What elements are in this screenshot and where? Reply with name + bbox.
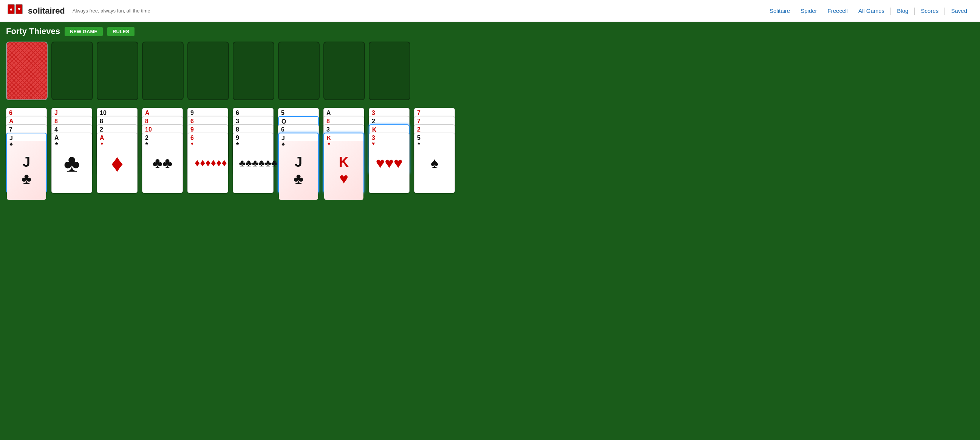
card-rank: A xyxy=(54,135,59,141)
foundation-2[interactable] xyxy=(97,41,138,100)
card-rank: 7 xyxy=(9,127,13,133)
card-col1-idx3[interactable]: A♣♣ xyxy=(51,133,92,193)
card-rank: 2 xyxy=(417,127,420,133)
card-rank: 7 xyxy=(417,118,420,124)
card-col9-idx3[interactable]: 5♠♠ xyxy=(414,133,455,193)
card-rank: A xyxy=(145,110,150,116)
card-rank: 5 xyxy=(417,135,420,141)
nav-blog[interactable]: Blog xyxy=(892,8,913,14)
main-nav: Solitaire Spider Freecell All Games | Bl… xyxy=(764,6,972,15)
card-col5-idx3[interactable]: 9♣♣♣♣♣♣♣♣♣♣ xyxy=(233,133,274,193)
card-corner-col5-idx3: 9♣ xyxy=(236,135,239,146)
tableau-column-8: 3♥2♠K♦K♦3♥♥♥♥ xyxy=(369,108,410,193)
card-rank: 9 xyxy=(236,135,239,141)
card-center: J♣ xyxy=(279,141,318,200)
logo-card-2: ♥ xyxy=(16,4,23,14)
card-corner-col7-idx3: K♥ xyxy=(327,136,331,146)
tableau-column-4: 9♠6♦9♥6♦♦♦♦♦♦♦ xyxy=(188,108,229,193)
card-rank: 3 xyxy=(326,127,330,133)
card-rank: J xyxy=(54,110,58,116)
tableau: 6♥A♥7♣J♣J♣J♥8♥4♠A♣♣10♣8♠2♣A♦♦A♦8♥10♦2♣♣♣… xyxy=(6,108,974,193)
tableau-column-0: 6♥A♥7♣J♣J♣ xyxy=(6,108,48,193)
card-corner-col3-idx3: 2♣ xyxy=(145,135,148,146)
nav-freecell[interactable]: Freecell xyxy=(822,8,853,14)
card-suit: ♣ xyxy=(236,141,239,146)
card-rank: 8 xyxy=(236,127,239,133)
card-rank: 3 xyxy=(372,135,375,141)
card-rank: 9 xyxy=(191,127,194,133)
card-rank: 7 xyxy=(417,110,420,116)
nav-all-games[interactable]: All Games xyxy=(853,8,890,14)
card-rank: A xyxy=(326,110,331,116)
nav-scores[interactable]: Scores xyxy=(916,8,944,14)
card-rank: A xyxy=(9,118,14,124)
card-rank: 5 xyxy=(281,110,285,116)
card-rank: 8 xyxy=(54,118,58,124)
card-col3-idx3[interactable]: 2♣♣♣ xyxy=(142,133,183,193)
nav-solitaire[interactable]: Solitaire xyxy=(764,8,795,14)
card-rank: 2 xyxy=(372,118,375,124)
nav-spider[interactable]: Spider xyxy=(795,8,822,14)
card-rank: 6 xyxy=(236,110,239,116)
card-col0-idx3[interactable]: J♣J♣ xyxy=(6,133,47,193)
card-suit: ♦ xyxy=(191,141,193,146)
tableau-column-7: A♠8♦3♠K♥K♥ xyxy=(323,108,365,193)
card-rank: 3 xyxy=(372,110,375,116)
card-corner-col4-idx3: 6♦ xyxy=(191,135,194,146)
foundation-3[interactable] xyxy=(142,41,184,100)
tableau-column-5: 6♠3♠8♠9♣♣♣♣♣♣♣♣♣♣ xyxy=(233,108,274,193)
card-rank: 6 xyxy=(191,118,194,124)
stock-card-back xyxy=(6,41,48,100)
card-col8-idx3[interactable]: 3♥♥♥♥ xyxy=(369,133,409,193)
card-corner-col8-idx3: 3♥ xyxy=(372,135,375,146)
card-rank: 10 xyxy=(145,127,152,133)
new-game-button[interactable]: NEW GAME xyxy=(65,27,103,36)
logo-icon: ♠ ♥ xyxy=(8,4,24,18)
card-center: J♣ xyxy=(7,141,46,200)
foundation-6[interactable] xyxy=(278,41,320,100)
header: ♠ ♥ solitaired Always free, always fun, … xyxy=(0,0,980,22)
foundation-5[interactable] xyxy=(233,41,274,100)
tagline: Always free, always fun, all the time xyxy=(73,8,150,14)
card-rank: 2 xyxy=(145,135,148,141)
nav-saved[interactable]: Saved xyxy=(946,8,972,14)
game-area: Forty Thieves NEW GAME RULES 6♥A♥7♣J♣J♣J… xyxy=(0,22,980,440)
card-suit: ♣ xyxy=(282,141,285,146)
foundation-7[interactable] xyxy=(323,41,365,100)
card-suit: ♠ xyxy=(417,141,420,146)
card-col6-idx3[interactable]: J♣J♣ xyxy=(278,133,319,193)
card-corner-col2-idx3: A♦ xyxy=(100,135,104,146)
logo-card-1: ♠ xyxy=(8,4,15,14)
tableau-column-6: 5♠Q♠Q♠6♣J♣J♣ xyxy=(278,108,320,193)
card-rank: 4 xyxy=(54,127,58,133)
card-suit: ♥ xyxy=(372,141,375,146)
game-title-bar: Forty Thieves NEW GAME RULES xyxy=(6,27,974,36)
card-rank: J xyxy=(10,136,13,141)
card-rank: 8 xyxy=(145,118,148,124)
card-rank: 6 xyxy=(191,135,194,141)
card-corner-col9-idx3: 5♠ xyxy=(417,135,420,146)
foundation-1[interactable] xyxy=(51,41,93,100)
foundation-4[interactable] xyxy=(188,41,229,100)
card-col4-idx3[interactable]: 6♦♦♦♦♦♦♦ xyxy=(188,133,228,193)
tableau-column-3: A♦8♥10♦2♣♣♣ xyxy=(142,108,184,193)
game-title: Forty Thieves xyxy=(6,27,60,36)
tableau-column-1: J♥8♥4♠A♣♣ xyxy=(51,108,93,193)
card-corner-col0-idx3: J♣ xyxy=(10,136,13,146)
card-rank: 10 xyxy=(100,110,107,116)
card-rank: J xyxy=(282,136,285,141)
card-suit: ♣ xyxy=(55,141,59,146)
card-col2-idx3[interactable]: A♦♦ xyxy=(97,133,137,193)
tableau-column-9: 7♥7♥2♥5♠♠ xyxy=(414,108,456,193)
card-rank: K xyxy=(327,136,331,141)
card-suit: ♦ xyxy=(100,141,103,146)
stock-pile[interactable] xyxy=(6,41,48,100)
foundation-8[interactable] xyxy=(369,41,410,100)
card-col7-idx3[interactable]: K♥K♥ xyxy=(323,133,364,193)
logo-text[interactable]: solitaired xyxy=(28,6,65,16)
rules-button[interactable]: RULES xyxy=(107,27,135,36)
card-suit: ♣ xyxy=(10,141,13,146)
card-rank: 2 xyxy=(100,127,103,133)
card-rank: 9 xyxy=(191,110,194,116)
card-rank: Q xyxy=(282,119,286,125)
